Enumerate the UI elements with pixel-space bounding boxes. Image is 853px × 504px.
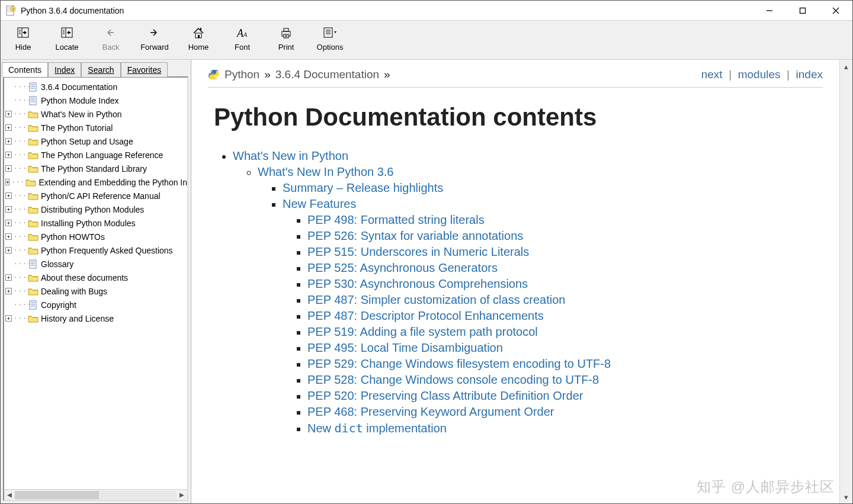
tree-branch-icon: ···· — [14, 314, 28, 322]
tab-index[interactable]: Index — [48, 62, 81, 77]
close-button[interactable] — [819, 1, 852, 20]
tree-branch-icon: ···· — [14, 110, 28, 118]
toc-link[interactable]: PEP 528: Change Windows console encoding… — [307, 373, 599, 386]
expand-icon[interactable]: + — [5, 152, 12, 158]
vscroll-track[interactable] — [840, 73, 852, 490]
tab-contents[interactable]: Contents — [2, 62, 48, 77]
toc-link[interactable]: PEP 498: Formatted string literals — [307, 213, 485, 226]
maximize-button[interactable] — [786, 1, 819, 20]
tree-item[interactable]: +····What's New in Python — [5, 107, 187, 121]
tree-item[interactable]: +····Python Frequently Asked Questions — [5, 243, 187, 257]
tree-item[interactable]: +····The Python Tutorial — [5, 121, 187, 134]
expand-icon[interactable]: + — [5, 124, 12, 131]
link-next[interactable]: next — [701, 68, 723, 81]
expand-icon[interactable]: + — [5, 247, 12, 253]
tree-item[interactable]: ····Python Module Index — [5, 94, 187, 107]
expand-icon[interactable]: + — [5, 111, 12, 117]
tree-item[interactable]: +····Distributing Python Modules — [5, 203, 187, 216]
document-view[interactable]: Python » 3.6.4 Documentation » next | mo… — [191, 60, 839, 503]
font-button[interactable]: AA Font — [223, 23, 261, 59]
toc-link[interactable]: New dict implementation — [307, 422, 447, 435]
expand-icon[interactable]: + — [5, 179, 9, 185]
scroll-right-icon[interactable]: ► — [177, 490, 187, 500]
tree-item[interactable]: +····Installing Python Modules — [5, 216, 187, 230]
hide-button[interactable]: Hide — [4, 23, 42, 59]
tree-item[interactable]: +····Dealing with Bugs — [5, 284, 187, 298]
expand-icon[interactable]: + — [5, 192, 12, 199]
toc-link[interactable]: PEP 530: Asynchronous Comprehensions — [307, 277, 528, 290]
tree-item[interactable]: +····Extending and Embedding the Python … — [5, 175, 187, 189]
toc-link[interactable]: PEP 495: Local Time Disambiguation — [307, 341, 503, 354]
svg-rect-33 — [30, 260, 36, 268]
tree-item[interactable]: ····Copyright — [5, 298, 187, 312]
expand-icon[interactable]: + — [5, 138, 12, 145]
tree-item[interactable]: +····The Python Standard Library — [5, 162, 187, 175]
tree-item[interactable]: +····Python Setup and Usage — [5, 134, 187, 148]
scroll-up-icon[interactable]: ▴ — [840, 60, 852, 73]
svg-text:A: A — [243, 31, 248, 38]
crumb-python[interactable]: Python — [225, 68, 259, 81]
tree-item[interactable]: ····3.6.4 Documentation — [5, 80, 187, 94]
crumb-doc[interactable]: 3.6.4 Documentation — [275, 68, 379, 81]
tree-item[interactable]: +····History and License — [5, 312, 187, 325]
tab-favorites[interactable]: Favorites — [121, 62, 168, 77]
expand-icon[interactable]: + — [5, 315, 12, 322]
link-modules[interactable]: modules — [738, 68, 781, 81]
expand-icon[interactable]: + — [5, 220, 12, 226]
toc-whats-new[interactable]: What's New in Python — [233, 149, 348, 162]
forward-button[interactable]: Forward — [136, 23, 174, 59]
folder-icon — [28, 110, 39, 119]
folder-icon — [28, 287, 39, 296]
svg-rect-25 — [30, 83, 36, 91]
window-controls — [753, 1, 852, 20]
content-vscrollbar[interactable]: ▴ ▾ — [839, 60, 852, 503]
toc-link[interactable]: PEP 515: Underscores in Numeric Literals — [307, 245, 529, 258]
tree-spacer — [5, 261, 12, 267]
link-index[interactable]: index — [796, 68, 823, 81]
toc-link[interactable]: PEP 520: Preserving Class Attribute Defi… — [307, 389, 583, 402]
minimize-button[interactable] — [753, 1, 786, 20]
tree-item[interactable]: ····Glossary — [5, 257, 187, 271]
toc-link[interactable]: PEP 529: Change Windows filesystem encod… — [307, 357, 611, 370]
options-icon — [322, 24, 338, 41]
tree-item[interactable]: +····The Python Language Reference — [5, 148, 187, 162]
scroll-left-icon[interactable]: ◄ — [4, 490, 15, 500]
python-logo-icon — [208, 69, 220, 81]
tab-search[interactable]: Search — [81, 62, 120, 77]
toc-link[interactable]: PEP 487: Simpler customization of class … — [307, 293, 565, 306]
tree-hscrollbar[interactable]: ◄ ► — [4, 489, 187, 500]
tree-branch-icon: ···· — [14, 274, 28, 281]
toc-link[interactable]: PEP 526: Syntax for variable annotations — [307, 229, 523, 242]
toc-summary[interactable]: Summary – Release highlights — [283, 181, 443, 194]
toc-whats-new-36[interactable]: What's New In Python 3.6 — [258, 165, 393, 178]
tree-item-label: Installing Python Modules — [41, 219, 136, 228]
expand-icon[interactable]: + — [5, 206, 12, 213]
print-button[interactable]: Print — [267, 23, 305, 59]
home-button[interactable]: Home — [179, 23, 217, 59]
toc-link[interactable]: PEP 519: Adding a file system path proto… — [307, 325, 538, 338]
options-button[interactable]: Options — [311, 23, 349, 59]
expand-icon[interactable]: + — [5, 233, 12, 240]
toc-link[interactable]: PEP 468: Preserving Keyword Argument Ord… — [307, 405, 554, 418]
tree-item[interactable]: +····Python/C API Reference Manual — [5, 189, 187, 203]
toc-link[interactable]: PEP 525: Asynchronous Generators — [307, 261, 498, 274]
hscroll-track[interactable] — [15, 491, 177, 499]
expand-icon[interactable]: + — [5, 165, 12, 172]
tree-item[interactable]: +····Python HOWTOs — [5, 230, 187, 243]
toc-new-features[interactable]: New Features — [283, 197, 357, 210]
forward-label: Forward — [140, 43, 169, 52]
locate-button[interactable]: Locate — [48, 23, 86, 59]
app-window: ? Python 3.6.4 documentation Hide Locate… — [0, 0, 853, 504]
toc-link[interactable]: PEP 487: Descriptor Protocol Enhancement… — [307, 309, 544, 322]
hscroll-thumb[interactable] — [15, 491, 99, 499]
scroll-down-icon[interactable]: ▾ — [840, 490, 852, 503]
tree-item-label: Python HOWTOs — [41, 232, 105, 242]
content-pane: Python » 3.6.4 Documentation » next | mo… — [191, 60, 852, 503]
tree-item[interactable]: +····About these documents — [5, 271, 187, 284]
expand-icon[interactable]: + — [5, 288, 12, 294]
tree-item-label: Python/C API Reference Manual — [41, 191, 161, 201]
expand-icon[interactable]: + — [5, 274, 12, 281]
tree-branch-icon: ···· — [14, 233, 28, 240]
tree-item-label: The Python Language Reference — [41, 150, 163, 160]
contents-tree[interactable]: ····3.6.4 Documentation····Python Module… — [4, 78, 187, 489]
